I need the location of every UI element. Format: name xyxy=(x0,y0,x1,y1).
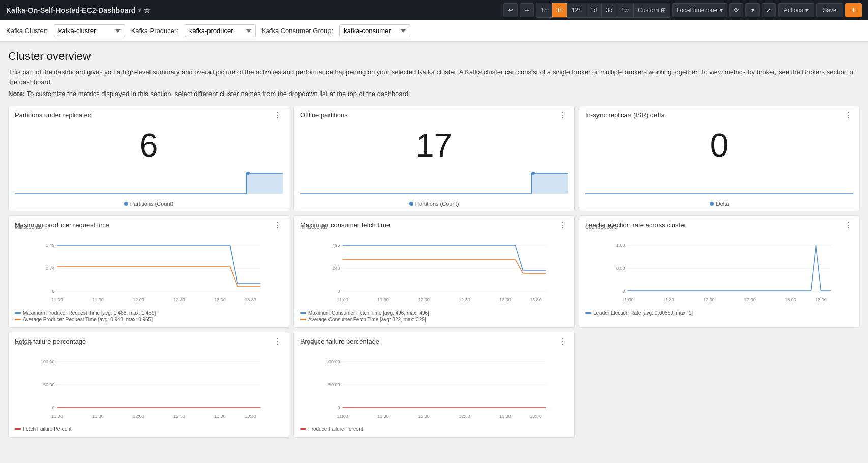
legend-text: Produce Failure Percent xyxy=(308,426,363,432)
svg-text:100.00: 100.00 xyxy=(41,359,55,364)
actions-arrow-icon: ▾ xyxy=(805,7,809,14)
panel-header: Maximum consumer fetch time ⋮ xyxy=(300,221,568,229)
svg-text:11:30: 11:30 xyxy=(377,414,389,419)
time-3h-button[interactable]: 3h xyxy=(552,3,567,17)
title-dropdown-icon[interactable]: ▾ xyxy=(138,8,141,13)
title-text: Kafka-On-Self-Hosted-EC2-Dashboard xyxy=(6,6,135,14)
svg-text:13:30: 13:30 xyxy=(245,297,256,302)
chart-legends: Produce Failure Percent xyxy=(300,426,568,432)
legend-item: Leader Election Rate [avg: 0.00559, max:… xyxy=(585,310,853,316)
chart-wrapper: Percent 100.00 50.00 0 11:00 11:30 12:00… xyxy=(15,350,283,424)
time-range-group: 1h 3h 12h 1d 3d 1w Custom ⊞ xyxy=(536,3,670,18)
panel-menu-button[interactable]: ⋮ xyxy=(843,111,853,119)
legend-color xyxy=(585,312,591,314)
panel-menu-button[interactable]: ⋮ xyxy=(558,337,568,346)
legend-text: Maximum Consumer Fetch Time [avg: 496, m… xyxy=(308,310,429,316)
svg-text:13:30: 13:30 xyxy=(815,297,827,302)
y-axis-label: Count/Second xyxy=(585,224,617,230)
svg-text:0: 0 xyxy=(622,289,625,294)
svg-text:13:00: 13:00 xyxy=(499,414,511,419)
svg-text:50.00: 50.00 xyxy=(328,382,340,387)
line-chart-panels-row: Maximum producer request time ⋮ Millisec… xyxy=(8,215,860,328)
svg-text:11:30: 11:30 xyxy=(377,297,389,302)
max-producer-request-time-panel: Maximum producer request time ⋮ Millisec… xyxy=(8,215,289,328)
stat-chart xyxy=(585,168,853,199)
legend-text: Average Producer Request Time [avg: 0.94… xyxy=(23,317,153,322)
time-custom-button[interactable]: Custom ⊞ xyxy=(634,3,670,17)
panel-menu-button[interactable]: ⋮ xyxy=(273,111,283,119)
svg-marker-3 xyxy=(246,173,283,194)
refresh-button[interactable]: ⟳ xyxy=(729,3,743,17)
svg-text:0.74: 0.74 xyxy=(46,266,55,271)
legend-item: Produce Failure Percent xyxy=(300,426,568,432)
kafka-producer-label: Kafka Producer: xyxy=(131,27,178,35)
main-content: Cluster overview This part of the dashbo… xyxy=(0,42,868,450)
legend-label: Delta xyxy=(716,201,729,207)
svg-text:13:00: 13:00 xyxy=(214,297,226,302)
stat-chart xyxy=(15,168,283,199)
panel-menu-button[interactable]: ⋮ xyxy=(273,337,283,346)
panel-header: Partitions under replicated ⋮ xyxy=(15,111,283,119)
refresh-options-button[interactable]: ▾ xyxy=(745,3,760,17)
svg-text:0: 0 xyxy=(337,289,340,294)
redo-button[interactable]: ↪ xyxy=(520,3,534,17)
svg-point-4 xyxy=(246,172,250,175)
panel-menu-button[interactable]: ⋮ xyxy=(558,221,568,229)
legend-label: Partitions (Count) xyxy=(130,201,174,207)
svg-text:0: 0 xyxy=(337,405,340,410)
svg-text:12:30: 12:30 xyxy=(459,297,470,302)
stat-panels-row: Partitions under replicated ⋮ 6 Par xyxy=(8,106,860,211)
time-3d-button[interactable]: 3d xyxy=(602,3,617,17)
chart-legends: Maximum Consumer Fetch Time [avg: 496, m… xyxy=(300,310,568,322)
svg-point-9 xyxy=(531,172,535,175)
svg-text:12:00: 12:00 xyxy=(418,414,430,419)
time-1h-button[interactable]: 1h xyxy=(536,3,552,17)
time-1w-button[interactable]: 1w xyxy=(617,3,634,17)
time-12h-button[interactable]: 12h xyxy=(567,3,586,17)
timezone-button[interactable]: Local timezone ▾ xyxy=(672,3,727,17)
panel-menu-button[interactable]: ⋮ xyxy=(843,221,853,229)
offline-partitions-panel: Offline partitions ⋮ 17 Partitions (Coun… xyxy=(293,106,575,211)
svg-text:11:30: 11:30 xyxy=(92,414,104,419)
chart-wrapper: Count/Second 1.00 0.50 0 11:00 11:30 12:… xyxy=(585,233,853,308)
kafka-consumer-select[interactable]: kafka-consumer xyxy=(339,24,410,37)
stat-value: 0 xyxy=(585,121,853,166)
svg-text:0: 0 xyxy=(52,405,54,410)
legend-dot xyxy=(409,202,413,206)
svg-text:11:30: 11:30 xyxy=(92,297,104,302)
svg-text:13:00: 13:00 xyxy=(214,414,226,419)
kafka-consumer-label: Kafka Consumer Group: xyxy=(262,27,333,35)
fetch-failure-percentage-panel: Fetch failure percentage ⋮ Percent 100.0… xyxy=(8,332,289,438)
legend-item: Average Producer Request Time [avg: 0.94… xyxy=(15,317,283,322)
panel-header: Maximum producer request time ⋮ xyxy=(15,221,283,229)
panel-header: Produce failure percentage ⋮ xyxy=(300,337,568,346)
legend-text: Leader Election Rate [avg: 0.00559, max:… xyxy=(593,310,693,316)
svg-text:12:30: 12:30 xyxy=(744,297,756,302)
fullscreen-button[interactable]: ⤢ xyxy=(762,3,776,17)
svg-text:12:00: 12:00 xyxy=(133,297,144,302)
legend-text: Fetch Failure Percent xyxy=(23,426,72,432)
panel-title: Offline partitions xyxy=(300,111,348,119)
save-button[interactable]: Save xyxy=(816,3,843,17)
chart-wrapper: Milliseconds 1.49 0.74 0 11:00 xyxy=(15,233,283,308)
top-bar: Kafka-On-Self-Hosted-EC2-Dashboard ▾ ☆ ↩… xyxy=(0,0,868,20)
partitions-under-replicated-panel: Partitions under replicated ⋮ 6 Par xyxy=(8,106,289,211)
svg-text:50.00: 50.00 xyxy=(43,382,55,387)
chart-legends: Fetch Failure Percent xyxy=(15,426,283,432)
time-1d-button[interactable]: 1d xyxy=(586,3,602,17)
favorite-icon[interactable]: ☆ xyxy=(144,6,151,14)
legend-text: Average Consumer Fetch Time [avg: 322, m… xyxy=(308,317,426,322)
panel-menu-button[interactable]: ⋮ xyxy=(273,221,283,229)
section-description: This part of the dashboard gives you a h… xyxy=(8,67,860,87)
panel-menu-button[interactable]: ⋮ xyxy=(558,111,568,119)
undo-button[interactable]: ↩ xyxy=(503,3,518,17)
svg-text:11:30: 11:30 xyxy=(663,297,674,302)
svg-text:11:00: 11:00 xyxy=(51,297,63,302)
y-axis-label: Percent xyxy=(300,341,317,346)
panel-header: In-sync replicas (ISR) delta ⋮ xyxy=(585,111,853,119)
actions-button[interactable]: Actions ▾ xyxy=(778,3,814,17)
add-button[interactable]: + xyxy=(845,3,862,17)
svg-text:11:00: 11:00 xyxy=(51,414,63,419)
kafka-cluster-select[interactable]: kafka-cluster xyxy=(54,24,125,37)
kafka-producer-select[interactable]: kafka-producer xyxy=(185,24,256,37)
